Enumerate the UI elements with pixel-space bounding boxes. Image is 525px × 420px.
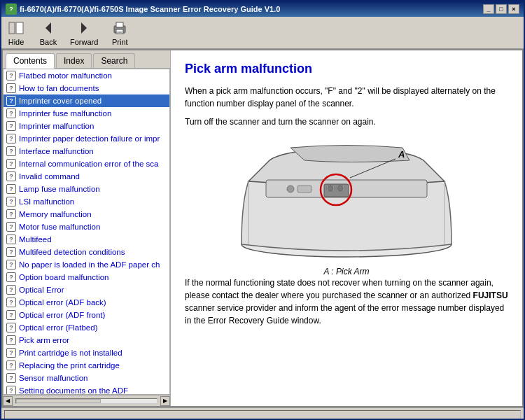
toc-item-label: Motor fuse malfunction <box>19 223 100 231</box>
toc-item-icon: ? <box>6 272 16 282</box>
toc-item-label: Optical error (ADF front) <box>19 311 105 319</box>
tab-index[interactable]: Index <box>56 53 92 68</box>
toc-item[interactable]: ?Replacing the print cartridge <box>4 359 169 372</box>
toc-item[interactable]: ?Lamp fuse malfunction <box>4 183 169 195</box>
toc-item[interactable]: ?Setting documents on the ADF <box>4 384 169 395</box>
svg-rect-20 <box>298 186 312 192</box>
toc-item[interactable]: ?No paper is loaded in the ADF paper ch <box>4 258 169 271</box>
hscroll-left[interactable]: ◀ <box>3 396 13 406</box>
toc-item-label: Lamp fuse malfunction <box>19 185 100 193</box>
toc-item[interactable]: ?Motor fuse malfunction <box>4 220 169 233</box>
content-para1: When a pick arm malfunction occurs, "F" … <box>185 85 508 110</box>
toc-item[interactable]: ?Flatbed motor malfunction <box>4 69 169 82</box>
toc-item-icon: ? <box>6 96 16 106</box>
toc-item[interactable]: ?How to fan documents <box>4 82 169 94</box>
toc-item-label: How to fan documents <box>19 84 99 92</box>
toc-item-icon: ? <box>6 159 16 169</box>
toc-item[interactable]: ?Optical error (ADF back) <box>4 296 169 309</box>
toc-item-icon: ? <box>6 298 16 307</box>
toc-item[interactable]: ?Imprinter paper detection failure or im… <box>4 132 169 145</box>
content-para2: Turn off the scanner and turn the scanne… <box>185 115 508 128</box>
toc-item-label: Imprinter malfunction <box>19 122 94 130</box>
toc-item-label: Optical error (Flatbed) <box>19 323 97 332</box>
back-label: Back <box>40 38 57 46</box>
maximize-button[interactable]: □ <box>496 4 507 14</box>
toc-item-label: LSI malfunction <box>19 197 74 206</box>
toc-item[interactable]: ?Interface malfunction <box>4 145 169 158</box>
toc-list[interactable]: ?Flatbed motor malfunction?How to fan do… <box>3 69 170 395</box>
hscroll-right[interactable]: ▶ <box>160 396 170 406</box>
main-container: Contents Index Search ?Flatbed motor mal… <box>1 49 524 407</box>
toc-item-label: Internal communication error of the sca <box>19 160 158 168</box>
toc-item-icon: ? <box>6 134 16 144</box>
title-bar: ? fi-6670(A)/fi-6770(A)/fi-6750S Image S… <box>1 1 524 17</box>
toc-item[interactable]: ?Imprinter cover opened <box>4 94 169 107</box>
toc-item[interactable]: ?Imprinter fuse malfunction <box>4 107 169 120</box>
toc-item[interactable]: ?Print cartridge is not installed <box>4 346 169 359</box>
toc-item-label: Optical error (ADF back) <box>19 298 106 307</box>
toc-item-icon: ? <box>6 172 16 181</box>
toc-item[interactable]: ?Option board malfunction <box>4 271 169 284</box>
svg-rect-5 <box>116 22 123 27</box>
hscroll-track[interactable] <box>15 398 158 404</box>
toc-item-label: Multifeed <box>19 235 52 244</box>
toc-item-label: Invalid command <box>19 172 80 181</box>
svg-text:A: A <box>398 149 405 160</box>
svg-marker-2 <box>46 22 51 34</box>
toc-item[interactable]: ?Multifeed <box>4 233 169 246</box>
toc-item-icon: ? <box>6 71 16 80</box>
svg-rect-0 <box>9 22 15 34</box>
toc-item-icon: ? <box>6 335 16 345</box>
toc-item-label: Imprinter cover opened <box>19 97 102 105</box>
toc-item-icon: ? <box>6 222 16 232</box>
content-title: Pick arm malfunction <box>185 62 508 76</box>
toc-item-icon: ? <box>6 121 16 131</box>
toc-item-icon: ? <box>6 184 16 194</box>
hide-button[interactable]: Hide <box>6 20 27 46</box>
tab-contents[interactable]: Contents <box>6 53 55 69</box>
toc-item-label: Flatbed motor malfunction <box>19 71 112 80</box>
toc-item[interactable]: ?Sensor malfunction <box>4 372 169 384</box>
toc-item[interactable]: ?LSI malfunction <box>4 195 169 208</box>
toc-item[interactable]: ?Memory malfunction <box>4 208 169 220</box>
toc-item-label: Option board malfunction <box>19 273 109 281</box>
print-button[interactable]: Print <box>109 20 130 46</box>
toc-item-label: Replacing the print cartridge <box>19 361 120 370</box>
toc-item[interactable]: ?Pick arm error <box>4 334 169 346</box>
toc-item[interactable]: ?Internal communication error of the sca <box>4 158 169 170</box>
toc-item[interactable]: ?Optical error (Flatbed) <box>4 321 169 334</box>
svg-point-16 <box>337 186 343 191</box>
toc-item-label: Pick arm error <box>19 336 69 344</box>
minimize-button[interactable]: _ <box>483 4 494 14</box>
close-button[interactable]: × <box>508 4 519 14</box>
toc-item-label: No paper is loaded in the ADF paper ch <box>19 260 160 269</box>
toc-item[interactable]: ?Optical error (ADF front) <box>4 309 169 321</box>
toc-item[interactable]: ?Optical Error <box>4 284 169 296</box>
forward-icon <box>76 20 92 36</box>
toc-item-label: Imprinter fuse malfunction <box>19 109 111 118</box>
right-panel: Pick arm malfunction When a pick arm mal… <box>171 50 522 406</box>
toc-item-icon: ? <box>6 360 16 370</box>
svg-marker-3 <box>81 22 87 34</box>
toc-item-icon: ? <box>6 209 16 219</box>
back-icon <box>40 20 57 36</box>
back-button[interactable]: Back <box>38 20 59 46</box>
window-title: fi-6670(A)/fi-6770(A)/fi-6750S Image Sca… <box>20 5 280 13</box>
svg-rect-8 <box>117 32 122 33</box>
toc-item-label: Optical Error <box>19 286 64 294</box>
tab-search[interactable]: Search <box>93 53 135 68</box>
horizontal-scrollbar[interactable]: ◀ ▶ <box>3 395 170 406</box>
toc-item-icon: ? <box>6 310 16 320</box>
toc-item-icon: ? <box>6 373 16 383</box>
toc-item-icon: ? <box>6 83 16 93</box>
toc-item-icon: ? <box>6 323 16 332</box>
svg-rect-1 <box>16 22 23 34</box>
toc-item[interactable]: ?Imprinter malfunction <box>4 120 169 132</box>
hide-icon <box>8 20 24 36</box>
tab-bar: Contents Index Search <box>3 50 170 69</box>
hide-label: Hide <box>8 38 24 46</box>
toc-item[interactable]: ?Multifeed detection conditions <box>4 246 169 258</box>
toc-item[interactable]: ?Invalid command <box>4 170 169 183</box>
forward-button[interactable]: Forward <box>70 20 98 46</box>
window-controls[interactable]: _ □ × <box>483 4 519 14</box>
